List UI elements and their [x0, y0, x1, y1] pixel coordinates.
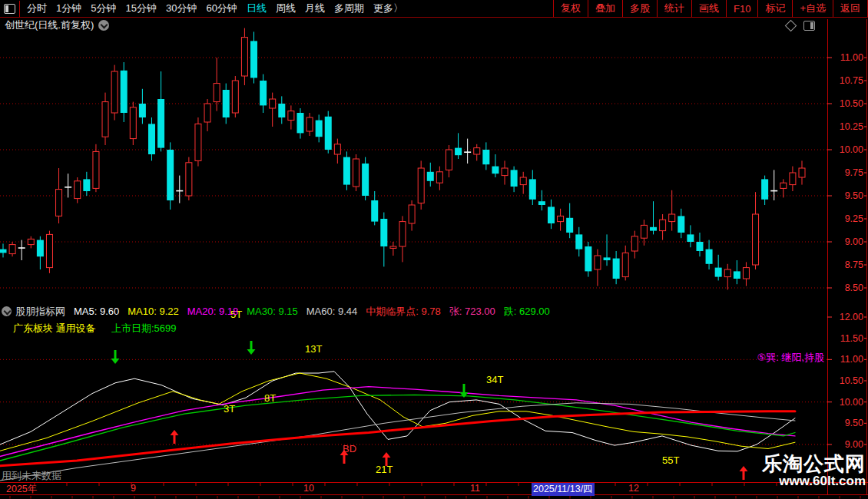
y-axis-label: 8.50 — [845, 283, 863, 293]
y-axis-label: 9.00 — [845, 439, 863, 450]
toolbar-divider — [19, 1, 20, 17]
indicator-line-MA30 — [0, 395, 795, 461]
indicator-header: 股朋指标网 MA5: 9.60MA10: 9.22MA20: 9.18MA30:… — [2, 306, 558, 317]
y-axis-label: 11.00 — [840, 354, 863, 365]
chevron-down-icon[interactable] — [2, 306, 12, 316]
action-返回[interactable]: 返回 — [833, 0, 868, 17]
y-axis-label: 9.75 — [845, 167, 863, 178]
indicator-value: 张: 723.00 — [449, 306, 495, 317]
future-data-note: 用到未来数据 — [2, 469, 61, 483]
action-F10[interactable]: F10 — [726, 0, 757, 17]
action-复权[interactable]: 复权 — [553, 0, 588, 17]
timeframe-toolbar: 分时1分钟5分钟15分钟30分钟60分钟日线周线月线多周期更多〉 — [0, 0, 412, 17]
chart-annotation-21T: 21T — [376, 464, 393, 475]
timeframe-15分钟[interactable]: 15分钟 — [125, 2, 156, 14]
timeframe-30分钟[interactable]: 30分钟 — [166, 2, 197, 14]
chart-annotation-8T: 8T — [264, 392, 276, 404]
indicator-value: MA10: 9.22 — [128, 306, 179, 317]
timeframe-更多〉[interactable]: 更多〉 — [373, 2, 403, 14]
date-label: 9 — [131, 483, 136, 494]
indicator-value: MA20: 9.18 — [187, 306, 239, 317]
chart-annotation-34T: 34T — [486, 374, 503, 385]
chart-annotation-BD: BD — [343, 443, 356, 454]
panel-layout-icon[interactable] — [803, 21, 815, 31]
y-axis-label: 9.50 — [845, 190, 863, 201]
y-axis-label: 8.75 — [845, 259, 863, 270]
signal-text: ⑤巽: 继阳,持股 — [734, 351, 824, 365]
timeframe-60分钟[interactable]: 60分钟 — [206, 2, 237, 14]
y-axis-label: 10.00 — [840, 144, 863, 155]
y-axis-label: 11.00 — [840, 52, 863, 63]
symbol-title-row: 创世纪(日线.前复权) — [5, 18, 109, 32]
indicator-value: MA30: 9.15 — [247, 306, 298, 317]
y-axis-label: 10.00 — [840, 397, 863, 408]
y-axis-label: 9.00 — [845, 236, 863, 247]
indicator-value: 中期临界点: 9.78 — [366, 306, 441, 317]
date-label: 12 — [628, 483, 639, 494]
sell-arrow-icon — [247, 341, 256, 355]
top-toolbar: 分时1分钟5分钟15分钟30分钟60分钟日线周线月线多周期更多〉 复权叠加多股统… — [0, 0, 868, 18]
y-axis-label: 9.25 — [845, 213, 863, 224]
indicator-values: MA5: 9.60MA10: 9.22MA20: 9.18MA30: 9.15M… — [74, 305, 558, 319]
date-label: 11 — [470, 483, 480, 494]
timeframe-多周期[interactable]: 多周期 — [334, 2, 364, 14]
current-date-label: 2025/11/13/四 — [532, 483, 595, 496]
timeframe-items: 分时1分钟5分钟15分钟30分钟60分钟日线周线月线多周期更多〉 — [27, 2, 412, 15]
action-统计[interactable]: 统计 — [657, 0, 691, 17]
listing-date-label: 上市日期:5699 — [111, 322, 177, 335]
window-icon[interactable] — [4, 4, 15, 14]
action-画线[interactable]: 画线 — [691, 0, 726, 17]
sector-label: 广东板块 通用设备 — [13, 322, 96, 335]
chart-canvas[interactable]: 8.508.759.009.259.509.7510.0010.2510.501… — [0, 0, 868, 499]
diamond-icon[interactable] — [785, 20, 797, 32]
indicator-value: MA5: 9.60 — [74, 306, 119, 317]
buy-arrow-icon — [171, 430, 179, 444]
y-axis-label: 10.25 — [840, 121, 863, 132]
symbol-title: 创世纪(日线.前复权) — [5, 18, 94, 32]
action-标记[interactable]: 标记 — [757, 0, 792, 17]
indicator-value: MA60: 9.44 — [306, 306, 358, 317]
timeframe-1分钟[interactable]: 1分钟 — [56, 2, 81, 14]
timeframe-5分钟[interactable]: 5分钟 — [91, 2, 116, 14]
date-label: 2025年 — [6, 483, 37, 496]
watermark: 乐淘公式网 www.60lt.com — [762, 454, 866, 488]
timeframe-日线[interactable]: 日线 — [247, 2, 267, 14]
action-toolbar: 复权叠加多股统计画线F10标记+自选返回 — [553, 0, 868, 17]
buy-arrow-icon — [740, 466, 748, 480]
chart-annotation-55T: 55T — [662, 454, 679, 466]
watermark-site-name: 乐淘公式网 — [762, 454, 866, 474]
action-多股[interactable]: 多股 — [622, 0, 657, 17]
watermark-url: www.60lt.com — [762, 474, 866, 488]
indicator-line-MA60 — [0, 403, 795, 481]
y-axis-label: 11.50 — [840, 333, 863, 344]
indicator-value: 跌: 629.00 — [504, 306, 550, 317]
y-axis-label: 10.50 — [840, 98, 863, 109]
sell-arrow-icon — [111, 350, 120, 364]
y-axis-label: 12.00 — [840, 312, 863, 322]
trading-terminal: 分时1分钟5分钟15分钟30分钟60分钟日线周线月线多周期更多〉 复权叠加多股统… — [0, 0, 868, 499]
y-axis-label: 10.75 — [840, 75, 863, 86]
timeframe-月线[interactable]: 月线 — [305, 2, 325, 14]
timeframe-分时[interactable]: 分时 — [27, 2, 47, 14]
y-axis-label: 9.50 — [845, 418, 863, 428]
corner-icons — [787, 21, 815, 31]
date-label: 10 — [303, 483, 314, 494]
chevron-down-icon[interactable] — [98, 20, 109, 31]
indicator-source: 股朋指标网 — [15, 305, 65, 319]
timeframe-周线[interactable]: 周线 — [276, 2, 296, 14]
chart-annotation-13T: 13T — [305, 343, 322, 355]
action-+自选[interactable]: +自选 — [792, 0, 833, 17]
date-axis[interactable]: 2025年910112025/11/13/四12 — [0, 483, 868, 494]
chart-annotation-3T: 3T — [224, 403, 235, 415]
y-axis-label: 10.50 — [840, 375, 863, 386]
action-叠加[interactable]: 叠加 — [588, 0, 622, 17]
